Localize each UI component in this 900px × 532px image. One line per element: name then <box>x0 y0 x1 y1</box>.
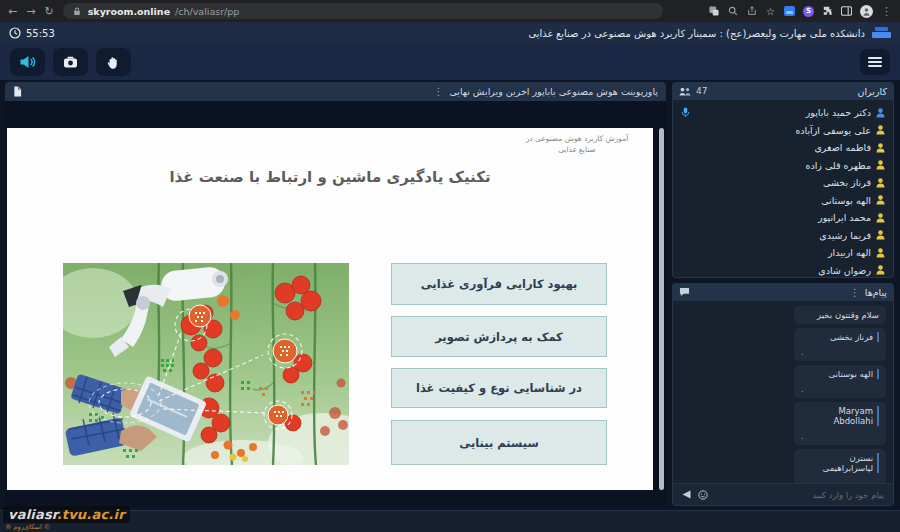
user-person-icon <box>876 213 885 223</box>
user-name: الهه بوستانی <box>821 195 871 206</box>
chat-message: Maryam Abdollahi. <box>794 402 886 445</box>
user-person-icon <box>876 178 885 188</box>
search-icon[interactable] <box>727 6 738 17</box>
chat-message-text: . <box>801 433 879 441</box>
speaker-button[interactable] <box>10 48 45 76</box>
user-list-item[interactable]: مطهره قلی زاده <box>673 157 893 175</box>
address-bar[interactable]: skyroom.online/ch/valiasr/pp <box>63 3 663 19</box>
user-list-item[interactable]: الهه اربیدار <box>673 244 893 262</box>
user-person-icon <box>876 195 885 205</box>
presentation-file-title: پاورپوینت هوش مصنوعی باباپور اخرین ویرای… <box>449 86 658 97</box>
user-name: محمد ایرانپور <box>818 212 871 223</box>
user-name: فاطمه اصغری <box>814 142 871 153</box>
translate-icon[interactable] <box>708 6 719 17</box>
chat-panel-header: ⋮ پیام‌ها <box>672 283 894 301</box>
share-icon[interactable] <box>746 6 757 17</box>
user-list-item[interactable]: علی یوسفی ازآباده <box>673 122 893 140</box>
mic-on-icon <box>681 107 690 118</box>
main-area: ⋮ پاورپوینت هوش مصنوعی باباپور اخرین ویر… <box>0 80 900 510</box>
session-timer: 55:53 <box>9 27 55 39</box>
user-list-item[interactable]: فرناز بخشی <box>673 174 893 192</box>
browser-menu-icon[interactable]: ⋮ <box>881 6 892 17</box>
user-list-item[interactable]: رضوان شادی <box>673 262 893 279</box>
slide-bullet-box: بهبود کارایی فرآوری غذایی <box>391 263 607 305</box>
url-path: /ch/valiasr/pp <box>175 6 239 17</box>
chat-message-text: سلام وقتتون بخیر <box>801 311 879 319</box>
url-host: skyroom.online <box>88 6 170 17</box>
chat-message: الهه بوستانی. <box>794 365 886 398</box>
emoji-icon[interactable] <box>698 490 708 500</box>
users-icon <box>679 87 691 96</box>
users-panel-title: کاربران <box>857 86 887 97</box>
chat-message-sender: فرناز بخشی <box>801 332 879 342</box>
users-panel: 47 کاربران دکتر حمید باباپورعلی یوسفی از… <box>672 82 894 278</box>
side-panel-icon[interactable] <box>841 6 852 17</box>
webcam-button[interactable] <box>53 48 88 76</box>
chat-message-list: سلام وقتتون بخیرفرناز بخشی.الهه بوستانی.… <box>673 301 893 483</box>
profile-avatar[interactable] <box>860 5 873 18</box>
slide-bullet-box: سیستم بینایی <box>391 420 607 465</box>
chat-message-text: . <box>801 386 879 394</box>
users-panel-header: 47 کاربران <box>672 82 894 100</box>
users-list: دکتر حمید باباپورعلی یوسفی ازآبادهفاطمه … <box>672 100 894 278</box>
user-list-item[interactable]: دکتر حمید باباپور <box>673 104 893 122</box>
users-count: 47 <box>696 86 707 96</box>
user-name: فرناز بخشی <box>823 177 871 188</box>
send-icon[interactable] <box>682 490 691 499</box>
user-person-icon <box>876 248 885 258</box>
lock-icon <box>72 6 83 17</box>
chat-panel-title: پیام‌ها <box>865 287 887 298</box>
chat-message: سلام وقتتون بخیر <box>794 306 886 324</box>
user-list-item[interactable]: فریما رشیدی <box>673 227 893 245</box>
user-list-item[interactable]: فاطمه اصغری <box>673 139 893 157</box>
layout-menu-button[interactable] <box>860 49 890 75</box>
user-name: فریما رشیدی <box>819 230 871 241</box>
user-name: رضوان شادی <box>818 265 871 276</box>
user-name: الهه اربیدار <box>828 247 871 258</box>
raise-hand-button[interactable] <box>96 48 131 76</box>
slide-scrollbar[interactable] <box>659 128 664 490</box>
chat-message: نسترن لپاسرابراهیمی. <box>794 449 886 483</box>
webcam-icon <box>63 56 78 69</box>
presentation-menu-icon[interactable]: ⋮ <box>433 86 443 97</box>
user-person-icon <box>876 108 885 118</box>
browser-forward-icon[interactable]: → <box>26 6 35 17</box>
browser-chrome: ← → ↻ skyroom.online/ch/valiasr/pp ☆ S <box>0 0 900 22</box>
user-list-item[interactable]: محمد ایرانپور <box>673 209 893 227</box>
org-logo <box>872 27 891 39</box>
session-title: دانشکده ملی مهارت ولیعصر(عج) : سمینار کا… <box>528 28 865 39</box>
presentation-panel: ⋮ پاورپوینت هوش مصنوعی باباپور اخرین ویر… <box>5 82 666 506</box>
chat-icon <box>679 287 690 297</box>
chat-panel: ⋮ پیام‌ها سلام وقتتون بخیرفرناز بخشی.اله… <box>672 283 894 506</box>
chat-body: سلام وقتتون بخیرفرناز بخشی.الهه بوستانی.… <box>672 301 894 506</box>
slide-bullet-box: در شناسایی نوع و کیفیت غذا <box>391 368 607 408</box>
chat-menu-icon[interactable]: ⋮ <box>850 287 860 298</box>
file-icon <box>13 86 22 97</box>
footer-bar <box>0 510 900 532</box>
presentation-titlebar: ⋮ پاورپوینت هوش مصنوعی باباپور اخرین ویر… <box>5 82 666 101</box>
chat-input-placeholder: پیام خود را وارد کنید <box>813 490 884 500</box>
sidebar: 47 کاربران دکتر حمید باباپورعلی یوسفی از… <box>672 82 894 506</box>
media-toolbar <box>0 44 900 80</box>
hamburger-icon <box>868 57 882 59</box>
speaker-icon <box>19 55 36 69</box>
user-list-item[interactable]: الهه بوستانی <box>673 192 893 210</box>
site-watermark: valiasr.tvu.ac.ir <box>3 506 130 523</box>
skyroom-app: ← → ↻ skyroom.online/ch/valiasr/pp ☆ S <box>0 0 900 532</box>
slide-bullet-box: کمک به پردازش تصویر <box>391 316 607 357</box>
chat-message-sender: Maryam Abdollahi <box>801 406 879 426</box>
chat-message: فرناز بخشی. <box>794 328 886 361</box>
slide-photo-greenhouse-robot <box>63 263 349 465</box>
extensions-puzzle-icon[interactable] <box>822 6 833 17</box>
chat-message-sender: الهه بوستانی <box>801 369 879 379</box>
chat-message-sender: نسترن لپاسرابراهیمی <box>801 453 879 473</box>
browser-back-icon[interactable]: ← <box>8 6 17 17</box>
extension-s-icon[interactable]: S <box>803 6 814 17</box>
extension-blue-icon[interactable] <box>784 6 795 16</box>
user-name: مطهره قلی زاده <box>805 160 871 171</box>
chat-input[interactable]: پیام خود را وارد کنید <box>673 483 893 505</box>
browser-reload-icon[interactable]: ↻ <box>44 6 53 17</box>
user-person-icon <box>876 125 885 135</box>
user-person-icon <box>876 143 885 153</box>
bookmark-star-icon[interactable]: ☆ <box>765 6 776 17</box>
